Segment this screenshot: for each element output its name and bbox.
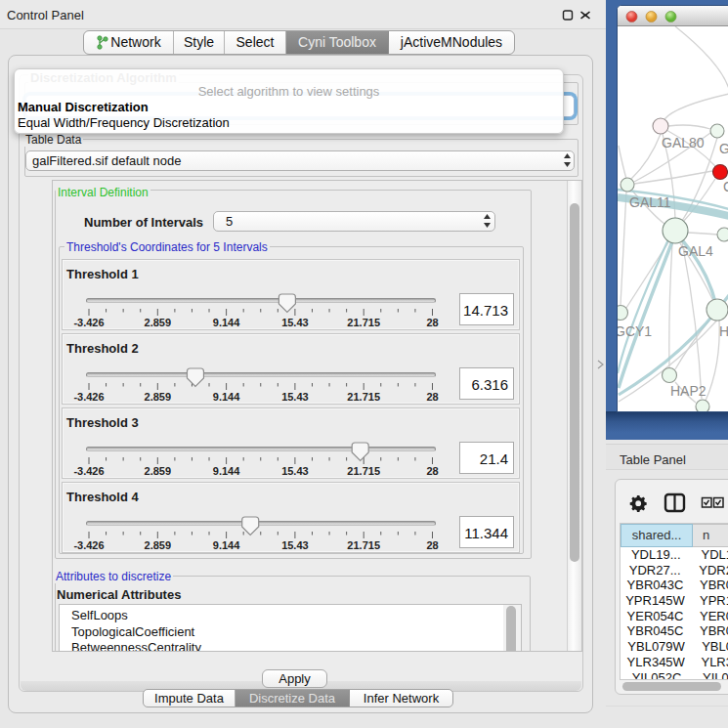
svg-text:HAP2: HAP2 — [670, 383, 707, 399]
svg-text:GAL80: GAL80 — [662, 135, 705, 150]
svg-text:GAL3: GAL3 — [719, 141, 728, 156]
svg-text:GAL11: GAL11 — [629, 194, 671, 210]
svg-text:CDC: CDC — [723, 179, 728, 194]
svg-text:GAL4: GAL4 — [678, 243, 713, 259]
svg-text:GCY1: GCY1 — [618, 323, 652, 339]
svg-text:HIS: HIS — [719, 323, 728, 339]
